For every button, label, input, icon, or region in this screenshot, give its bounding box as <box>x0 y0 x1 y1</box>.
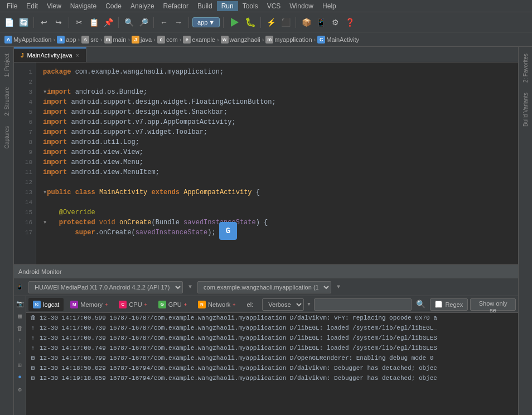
logcat-tab-icon: lc <box>33 301 41 308</box>
stop-btn[interactable]: ⬛ <box>279 16 292 29</box>
menu-window[interactable]: Window <box>285 1 318 11</box>
paste-btn[interactable]: 📌 <box>101 16 115 29</box>
sidebar-tab-captures[interactable]: Captures <box>2 122 12 153</box>
monitor-icon-active[interactable]: ● <box>15 372 25 382</box>
code-editor[interactable]: 1 2 3 4 5 6 7 8 9 10 11 12 13 14 15 16 1… <box>14 62 518 264</box>
breadcrumb-myapplication2-label: myapplication <box>274 36 312 43</box>
network-tab-icon: N <box>198 301 206 308</box>
network-tab[interactable]: N Network + <box>194 298 240 311</box>
breadcrumb-java[interactable]: J java <box>132 36 152 44</box>
log-search-input[interactable] <box>314 298 412 311</box>
breadcrumb-example[interactable]: e example <box>183 36 215 44</box>
breadcrumb-main[interactable]: m main <box>104 36 127 44</box>
log-text-2: 12-30 14:17:00.739 16787-16787/com.examp… <box>40 323 437 333</box>
search-icon[interactable]: 🔍 <box>416 300 425 309</box>
settings-btn[interactable]: ⚙ <box>328 16 342 29</box>
memory-tab[interactable]: M Memory + <box>66 298 112 311</box>
el-tab[interactable]: el: <box>243 298 258 311</box>
menu-build[interactable]: Build <box>193 1 217 11</box>
sidebar-tab-project[interactable]: 1: Project <box>2 49 12 81</box>
avd-mgr-btn[interactable]: 📱 <box>314 16 327 29</box>
undo-btn[interactable]: ↩ <box>37 16 51 29</box>
breadcrumb-myapplication[interactable]: A MyApplication <box>4 36 51 44</box>
app-process-selector[interactable]: com.example.wangzhaoli.myapplication (16… <box>197 281 331 293</box>
monitor-icon-panel[interactable]: ▦ <box>15 311 25 321</box>
regex-checkbox-label[interactable]: Regex <box>430 298 468 311</box>
monitor-icon-clear[interactable]: 🗑 <box>15 323 25 333</box>
cut-btn[interactable]: ✂ <box>72 16 86 29</box>
main-toolbar: 📄 🔄 ↩ ↪ ✂ 📋 📌 🔍 🔎 ← → app ▼ 🐛 ⚡ ⬛ 📦 📱 ⚙ … <box>0 12 532 32</box>
monitor-icon-up[interactable]: ↑ <box>15 335 25 345</box>
menu-help[interactable]: Help <box>318 1 341 11</box>
file-tab-mainactivity[interactable]: J MainActivity.java × <box>14 47 86 62</box>
popup-icon[interactable]: G <box>219 222 237 240</box>
breadcrumb-com[interactable]: c com <box>157 36 178 44</box>
copy-btn[interactable]: 📋 <box>87 16 100 29</box>
sdk-mgr-btn[interactable]: 📦 <box>299 16 313 29</box>
gpu-tab[interactable]: G GPU + <box>154 298 191 311</box>
logcat-tab[interactable]: lc logcat <box>28 298 64 311</box>
menu-navigate[interactable]: Navigate <box>66 1 101 11</box>
sync-btn[interactable]: 🔄 <box>17 16 30 29</box>
line-num-15: 15 <box>14 207 32 218</box>
menu-code[interactable]: Code <box>101 1 126 11</box>
menu-tools[interactable]: Tools <box>238 1 263 11</box>
menu-run[interactable]: Run <box>217 1 238 11</box>
run-button[interactable] <box>227 15 243 30</box>
sep5: › <box>153 36 156 43</box>
log-icon-1: 🗑 <box>28 313 37 323</box>
regex-checkbox[interactable] <box>435 301 442 308</box>
menu-file[interactable]: File <box>2 1 22 11</box>
log-content: 🗑 12-30 14:17:00.599 16787-16787/com.exa… <box>26 313 518 415</box>
menu-analyze[interactable]: Analyze <box>126 1 159 11</box>
breadcrumb-myapplication2[interactable]: m myapplication <box>265 36 312 44</box>
monitor-side-icons: 📷 ▦ 🗑 ↑ ↓ ⊞ ● ⚙ <box>14 296 26 415</box>
monitor-icon-grid[interactable]: ⊞ <box>15 360 25 370</box>
show-only-button[interactable]: Show only se <box>470 298 516 311</box>
menu-vcs[interactable]: VCS <box>263 1 286 11</box>
line-num-6: 6 <box>14 117 32 127</box>
phone-icon: 📱 <box>16 284 23 291</box>
monitor-icon-settings2[interactable]: ⚙ <box>15 384 25 394</box>
menu-edit[interactable]: Edit <box>22 1 42 11</box>
replace-btn[interactable]: 🔎 <box>137 16 150 29</box>
debug-button[interactable]: 🐛 <box>244 16 257 29</box>
verbose-level-selector[interactable]: Verbose <box>262 298 304 311</box>
app-config-selector[interactable]: app ▼ <box>192 17 220 27</box>
find-btn[interactable]: 🔍 <box>122 16 136 29</box>
monitor-icon-camera[interactable]: 📷 <box>15 298 25 308</box>
log-icon-6: ⊞ <box>28 363 37 373</box>
sidebar-tab-build-variants[interactable]: Build Variants <box>521 88 530 131</box>
code-line-1: package com.example.wangzhaoli.myapplica… <box>43 67 511 77</box>
log-entry-3: ↑ 12-30 14:17:00.739 16787-16787/com.exa… <box>26 333 518 343</box>
sidebar-tab-favorites[interactable]: 2: Favorites <box>521 49 530 87</box>
nav-fwd-btn[interactable]: → <box>172 16 185 29</box>
help-btn[interactable]: ❓ <box>343 16 356 29</box>
menu-refactor[interactable]: Refactor <box>159 1 193 11</box>
redo-btn[interactable]: ↪ <box>52 16 65 29</box>
log-entry-5: ⊞ 12-30 14:17:00.799 16787-16787/com.exa… <box>26 353 518 363</box>
log-text-5: 12-30 14:17:00.799 16787-16787/com.examp… <box>40 353 433 363</box>
sep7: › <box>217 36 219 43</box>
log-text-3: 12-30 14:17:00.739 16787-16787/com.examp… <box>40 333 437 343</box>
sidebar-tab-structure[interactable]: 2: Structure <box>2 83 12 120</box>
breadcrumb-wangzhaoli[interactable]: w wangzhaoli <box>221 36 260 44</box>
code-line-11: import android.view.MenuItem; <box>43 167 511 177</box>
nav-back-btn[interactable]: ← <box>157 16 171 29</box>
code-line-15: @Override <box>43 207 511 218</box>
code-line-12 <box>43 177 511 187</box>
sep6: › <box>180 36 182 43</box>
cpu-tab[interactable]: C CPU + <box>114 298 152 311</box>
file-tab-close-btn[interactable]: × <box>76 52 79 59</box>
breadcrumb-myapplication-label: MyApplication <box>13 36 51 43</box>
monitor-icon-down[interactable]: ↓ <box>15 348 25 358</box>
breadcrumb-app[interactable]: a app <box>57 36 76 44</box>
device-selector[interactable]: HUAWEI MediaPad X1 7.0 Android 4.2.2 (AP… <box>28 281 183 293</box>
breadcrumb-wangzhaoli-label: wangzhaoli <box>230 36 260 43</box>
menu-view[interactable]: View <box>42 1 66 11</box>
sep3: › <box>100 36 103 43</box>
breadcrumb-src[interactable]: s src <box>81 36 99 44</box>
breadcrumb-mainactivity[interactable]: C MainActivity <box>317 36 359 44</box>
new-file-btn[interactable]: 📄 <box>2 16 16 29</box>
profiler-btn[interactable]: ⚡ <box>264 16 278 29</box>
